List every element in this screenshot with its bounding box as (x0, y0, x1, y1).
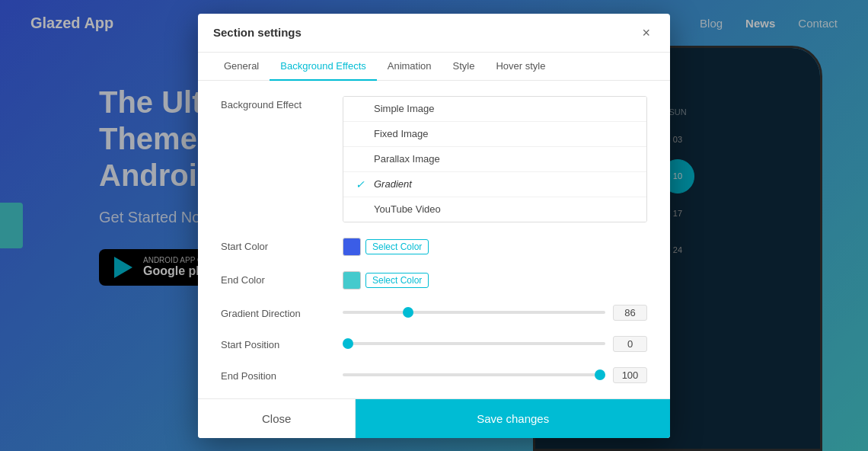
tab-style[interactable]: Style (442, 53, 486, 81)
end-color-label: End Color (221, 271, 327, 286)
tab-hover-style[interactable]: Hover style (485, 53, 556, 81)
check-gradient: ✓ (356, 178, 368, 190)
gradient-direction-label: Gradient Direction (221, 305, 327, 319)
start-position-label: Start Position (221, 336, 327, 350)
start-color-control: Select Color (343, 238, 647, 256)
check-simple-image (356, 103, 368, 115)
end-position-label: End Position (221, 367, 327, 382)
effect-option-fixed-image[interactable]: Fixed Image (343, 121, 646, 146)
check-parallax-image (356, 153, 368, 165)
effect-option-youtube-video[interactable]: YouTube Video (343, 197, 646, 222)
end-position-control: 100 (343, 367, 647, 383)
background-effect-label: Background Effect (221, 96, 327, 110)
check-fixed-image (356, 128, 368, 140)
modal-footer: Close Save changes (198, 398, 670, 438)
modal-tabs: General Background Effects Animation Sty… (198, 53, 670, 81)
start-color-row: Start Color Select Color (221, 238, 647, 256)
tab-background-effects[interactable]: Background Effects (270, 53, 377, 81)
end-position-row: End Position 100 (221, 367, 647, 383)
effect-dropdown-list: Simple Image Fixed Image Parallax Image … (343, 96, 647, 222)
background-effect-control: Simple Image Fixed Image Parallax Image … (343, 96, 647, 222)
end-position-value: 100 (613, 367, 647, 383)
modal-body: Background Effect Simple Image Fixed Ima… (198, 81, 670, 398)
save-changes-button[interactable]: Save changes (356, 399, 670, 438)
gradient-direction-control: 86 (343, 305, 647, 321)
start-color-select-label: Select Color (365, 239, 429, 254)
end-color-select-label: Select Color (365, 273, 429, 288)
start-position-row: Start Position 0 (221, 336, 647, 352)
end-color-row: End Color Select Color (221, 271, 647, 289)
end-color-control: Select Color (343, 271, 647, 289)
end-color-button[interactable]: Select Color (343, 271, 429, 289)
start-color-swatch (343, 238, 361, 256)
tab-animation[interactable]: Animation (377, 53, 442, 81)
gradient-direction-row: Gradient Direction 86 (221, 305, 647, 321)
effect-option-parallax-image[interactable]: Parallax Image (343, 146, 646, 171)
start-color-button[interactable]: Select Color (343, 238, 429, 256)
start-position-control: 0 (343, 336, 647, 352)
section-settings-modal: Section settings × General Background Ef… (198, 14, 670, 438)
start-position-value: 0 (613, 336, 647, 352)
modal-backdrop: Section settings × General Background Ef… (0, 0, 868, 451)
check-youtube-video (356, 203, 368, 216)
gradient-direction-slider[interactable] (343, 311, 605, 314)
gradient-direction-value: 86 (613, 305, 647, 321)
tab-general[interactable]: General (213, 53, 270, 81)
effect-option-gradient[interactable]: ✓ Gradient (343, 171, 646, 197)
start-color-label: Start Color (221, 238, 327, 252)
modal-header: Section settings × (198, 14, 670, 53)
start-position-slider[interactable] (343, 342, 605, 345)
modal-title: Section settings (213, 26, 302, 39)
background-effect-row: Background Effect Simple Image Fixed Ima… (221, 96, 647, 222)
end-color-swatch (343, 271, 361, 289)
end-position-slider[interactable] (343, 373, 605, 376)
effect-option-simple-image[interactable]: Simple Image (343, 97, 646, 121)
close-button[interactable]: Close (198, 399, 356, 438)
modal-close-button[interactable]: × (637, 24, 655, 41)
